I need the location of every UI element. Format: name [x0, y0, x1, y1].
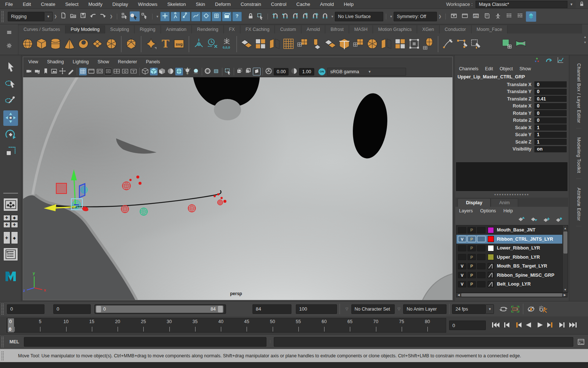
layer-playback-toggle[interactable]: P [467, 236, 476, 242]
status-line-grip[interactable] [1, 10, 4, 22]
poly-sphere-button[interactable] [21, 36, 35, 52]
svg-tool-button[interactable]: svg [172, 36, 186, 52]
poly-cone-button[interactable] [62, 36, 76, 52]
bridge-button[interactable] [323, 36, 337, 52]
snap-to-points-button[interactable] [290, 11, 300, 21]
paint-selection-tool[interactable] [3, 93, 18, 109]
script-editor-button[interactable] [576, 337, 586, 347]
smooth-shade-all-button[interactable] [150, 68, 158, 75]
rig-control-sphere[interactable] [121, 205, 129, 213]
current-frame-field[interactable]: 0 [449, 321, 486, 330]
freeze-transformations-button[interactable]: 0,0,0 [220, 36, 234, 52]
layer-playback-toggle[interactable]: P [467, 281, 476, 287]
menu-select[interactable]: Select [65, 1, 78, 7]
resolution-gate-button[interactable] [96, 68, 104, 75]
view-transform-dropdown-arrow[interactable]: ▼ [365, 70, 406, 74]
range-start-handle[interactable] [96, 306, 101, 312]
shelf-tab-rendering[interactable]: Rendering [192, 25, 224, 33]
panel-menu-panels[interactable]: Panels [146, 59, 160, 64]
spin-edge-button[interactable] [393, 36, 407, 52]
selection-highlighting-button[interactable] [253, 68, 261, 75]
layer-visibility-toggle[interactable] [458, 254, 466, 260]
grid-fill-button[interactable] [282, 36, 295, 52]
lasso-tool[interactable] [3, 77, 18, 92]
rotate-tool[interactable] [3, 127, 18, 143]
layer-playback-toggle[interactable]: P [467, 245, 476, 251]
contrast-button[interactable] [290, 68, 298, 75]
range-end-handle[interactable] [218, 306, 223, 312]
outliner-persp-layout-button[interactable] [3, 248, 18, 261]
view-transform-selector[interactable]: sRGB gamma▼ [327, 68, 406, 76]
playback-loop-button[interactable] [498, 304, 509, 314]
channel-value-field[interactable]: 1 [534, 124, 567, 131]
ipr-render-button[interactable]: IPR [471, 11, 481, 22]
layer-playback-toggle[interactable]: P [467, 272, 476, 278]
shelf-tab-curves-surfaces[interactable]: Curves / Surfaces [18, 25, 65, 33]
quad-fill-button[interactable] [379, 36, 393, 52]
playback-end-field[interactable]: 84 [252, 304, 291, 314]
symmetry-field[interactable]: Symmetry: Off [394, 12, 437, 21]
snap-to-grids-button[interactable] [270, 11, 280, 21]
field-chart-button[interactable] [113, 68, 121, 75]
panel-menu-renderer[interactable]: Renderer [118, 59, 137, 64]
layer-visibility-toggle[interactable]: V [458, 263, 466, 269]
image-plane-button[interactable] [50, 68, 58, 75]
menu-display[interactable]: Display [112, 1, 128, 7]
poly-cube-button[interactable] [35, 36, 49, 52]
step-forward-key-button[interactable] [546, 321, 556, 330]
layer-visibility-toggle[interactable]: V [458, 281, 466, 287]
layer-list-vertical-scrollbar[interactable]: ▲▼ [562, 226, 568, 292]
shelf-tab-animation[interactable]: Animation [161, 25, 192, 33]
poly-torus-button[interactable] [76, 36, 90, 52]
menu-control[interactable]: Control [271, 1, 286, 7]
shelf-tab-custom[interactable]: Custom [275, 25, 301, 33]
panel-menu-view[interactable]: View [28, 59, 38, 64]
poly-plane-button[interactable] [90, 36, 104, 52]
profiler-graph-button[interactable] [556, 56, 564, 64]
menu-deform[interactable]: Deform [215, 1, 231, 7]
safe-action-button[interactable] [121, 68, 129, 75]
layer-row[interactable]: VPBelt_Loop_LYR [456, 280, 562, 289]
side-tab-modeling-toolkit[interactable]: Modeling Toolkit [576, 132, 581, 178]
menu-skin[interactable]: Skin [196, 1, 205, 7]
move-layer-down-button[interactable] [530, 216, 538, 223]
menu-skeleton[interactable]: Skeleton [167, 1, 186, 7]
menu-set-selector[interactable]: Rigging ▼ [8, 12, 53, 21]
fps-dropdown-arrow[interactable]: ▼ [486, 304, 494, 314]
character-set-menu-arrow[interactable]: ▽ [345, 307, 348, 311]
xray-button[interactable] [236, 68, 244, 75]
rig-joint-dot[interactable] [214, 195, 216, 197]
play-forwards-button[interactable] [535, 321, 545, 330]
auto-keyframe-toggle[interactable] [526, 304, 536, 314]
workspace-selector[interactable]: Maya Classic* [476, 1, 567, 8]
menu-edit[interactable]: Edit [23, 1, 31, 7]
anim-layer-menu-arrow[interactable]: ▽ [398, 307, 401, 311]
xray-joints-button[interactable] [244, 68, 252, 75]
panel-menu-show[interactable]: Show [98, 59, 109, 64]
textured-button[interactable] [158, 68, 166, 75]
paint-weights-button[interactable] [500, 36, 514, 52]
scrollbar-thumb[interactable] [461, 293, 562, 297]
render-current-frame-button[interactable] [460, 11, 470, 22]
layer-display-type-toggle[interactable] [477, 263, 485, 269]
panel-menu-lighting[interactable]: Lighting [73, 59, 89, 64]
help-line-grip[interactable] [1, 351, 4, 361]
time-editor-clip-button[interactable] [510, 304, 520, 314]
film-gate-button[interactable] [87, 68, 95, 75]
layer-row[interactable]: VPMouth_BS_Target_LYR [456, 262, 562, 271]
scale-tool[interactable] [3, 144, 18, 160]
layer-playback-toggle[interactable]: P [467, 263, 476, 269]
select-surfaces-button[interactable] [201, 12, 211, 21]
redo-button[interactable] [98, 11, 108, 21]
shelf-tab-sculpting[interactable]: Sculpting [105, 25, 135, 33]
select-curves-button[interactable] [191, 12, 201, 21]
target-weld-button[interactable] [351, 36, 365, 52]
menu-windows[interactable]: Windows [138, 1, 157, 7]
boolean-button[interactable] [337, 36, 351, 52]
create-layer-from-selected-button[interactable] [555, 216, 563, 223]
shelf-tab-fx[interactable]: FX [224, 25, 240, 33]
range-bar-grip[interactable] [1, 303, 4, 315]
use-default-material-button[interactable] [167, 68, 175, 75]
camera-attributes-button[interactable] [33, 68, 41, 75]
channel-value-field[interactable]: on [534, 146, 567, 152]
